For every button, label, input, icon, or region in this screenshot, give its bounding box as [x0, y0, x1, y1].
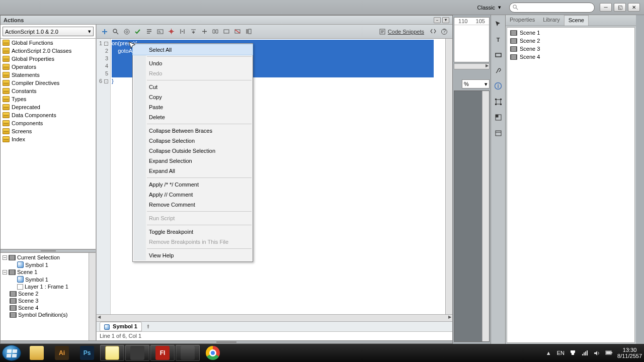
tree-toggle-icon[interactable]: – [3, 255, 7, 260]
menu-item[interactable]: Apply // Comment [133, 190, 253, 200]
tab-library[interactable]: Library [539, 15, 564, 26]
scene-item[interactable]: Scene 1 [508, 29, 633, 37]
code-snippets-link[interactable]: Code Snippets [376, 28, 427, 35]
menu-item[interactable]: Remove Comment [133, 200, 253, 210]
category-item[interactable]: Screens [1, 127, 96, 135]
check-syntax-icon[interactable] [133, 27, 143, 37]
category-item[interactable]: Types [1, 95, 96, 103]
folder-taskbar-icon[interactable] [176, 345, 200, 361]
debug-options-icon[interactable] [166, 27, 176, 37]
remove-comment-icon[interactable] [232, 27, 243, 37]
menu-item[interactable]: Paste [133, 102, 253, 112]
text-tool-icon[interactable]: T [493, 34, 504, 45]
battery-icon[interactable] [605, 349, 613, 357]
scrollbar[interactable] [445, 39, 452, 314]
notepad-taskbar-icon[interactable] [100, 345, 124, 361]
expand-all-icon[interactable] [199, 27, 209, 37]
selection-tool-icon[interactable] [493, 18, 504, 29]
category-item[interactable]: Index [1, 135, 96, 143]
chrome-taskbar-icon[interactable] [201, 345, 225, 361]
menu-item[interactable]: Expand Selection [133, 156, 253, 166]
show-hide-toolbox-icon[interactable] [244, 27, 254, 37]
target-path-icon[interactable] [122, 27, 132, 37]
deco-tool-icon[interactable] [493, 65, 504, 76]
document-tab[interactable]: Symbol 1 [100, 322, 142, 331]
category-item[interactable]: Data Components [1, 111, 96, 119]
photoshop-taskbar-icon[interactable]: Ps [75, 345, 99, 361]
scrollbar[interactable] [89, 253, 96, 340]
clock[interactable]: 13:30 8/11/2557 [617, 347, 642, 359]
menu-item[interactable]: Expand All [133, 166, 253, 176]
menu-item[interactable]: Select All [133, 45, 253, 55]
library-tool-icon[interactable] [493, 127, 504, 138]
menu-item[interactable]: Collapse Selection [133, 136, 253, 146]
action-center-icon[interactable] [569, 349, 577, 357]
workspace-selector[interactable]: Classic ▾ [473, 3, 505, 12]
tree-symbol[interactable]: Symbol 1 [2, 276, 95, 283]
tree-symbol-defs[interactable]: Symbol Definition(s) [2, 311, 95, 318]
scene-item[interactable]: Scene 3 [508, 45, 633, 53]
category-item[interactable]: Constants [1, 87, 96, 95]
apply-block-comment-icon[interactable] [210, 27, 220, 37]
category-item[interactable]: ActionScript 2.0 Classes [1, 47, 96, 55]
flash-taskbar-icon[interactable]: Fl [150, 345, 175, 361]
panel-menu-icon[interactable]: ▾ [442, 17, 449, 23]
volume-icon[interactable] [593, 349, 601, 357]
color-tool-icon[interactable] [493, 112, 504, 123]
tab-scene[interactable]: Scene [564, 15, 589, 26]
tree-symbol[interactable]: Symbol 1 [2, 261, 95, 268]
menu-item[interactable]: Collapse Outside Selection [133, 146, 253, 156]
menu-item[interactable]: Toggle Breakpoint [133, 227, 253, 237]
app-taskbar-icon[interactable] [125, 345, 149, 361]
tree-scene[interactable]: Scene 4 [2, 304, 95, 311]
category-item[interactable]: Compiler Directives [1, 79, 96, 87]
language-selector[interactable]: ActionScript 1.0 & 2.0 ▾ [3, 27, 94, 36]
zoom-selector[interactable]: %▾ [462, 79, 490, 88]
illustrator-taskbar-icon[interactable]: Ai [50, 345, 74, 361]
stage[interactable] [454, 90, 490, 342]
tray-up-icon[interactable]: ▲ [545, 349, 552, 357]
menu-item[interactable]: Copy [133, 92, 253, 102]
collapse-between-icon[interactable] [177, 27, 187, 37]
code-hint-icon[interactable] [155, 27, 165, 37]
menu-item[interactable]: View Help [133, 250, 253, 260]
language-indicator[interactable]: EN [557, 350, 565, 356]
info-tool-icon[interactable]: i [493, 80, 504, 92]
free-transform-tool-icon[interactable] [493, 96, 504, 107]
start-button[interactable] [2, 345, 21, 361]
scrollbar[interactable] [482, 91, 489, 341]
menu-item[interactable]: Cut [133, 82, 253, 92]
menu-item[interactable]: Undo [133, 58, 253, 68]
menu-item[interactable]: Collapse Between Braces [133, 126, 253, 136]
tree-current-selection[interactable]: –Current Selection [2, 254, 95, 261]
menu-item[interactable]: Apply /* */ Comment [133, 179, 253, 190]
search-input[interactable] [509, 3, 595, 13]
find-icon[interactable] [111, 27, 121, 37]
menu-item[interactable]: Delete [133, 112, 253, 122]
add-script-icon[interactable] [100, 27, 110, 37]
scene-item[interactable]: Scene 2 [508, 37, 633, 45]
panel-minimize-icon[interactable]: – [434, 17, 441, 23]
category-item[interactable]: Global Functions [1, 39, 96, 47]
rectangle-tool-icon[interactable] [493, 49, 504, 60]
category-item[interactable]: Deprecated [1, 103, 96, 111]
tree-scene[interactable]: Scene 2 [2, 290, 95, 297]
timeline-fragment[interactable]: 110 105 [454, 17, 490, 62]
maximize-button[interactable]: ◱ [614, 3, 626, 12]
help-icon[interactable]: ? [439, 27, 449, 37]
scrollbar[interactable] [454, 63, 490, 69]
tree-scene[interactable]: Scene 3 [2, 297, 95, 304]
category-item[interactable]: Components [1, 119, 96, 127]
explorer-taskbar-icon[interactable] [25, 345, 49, 361]
category-item[interactable]: Statements [1, 71, 96, 79]
close-button[interactable]: ✕ [628, 3, 640, 12]
apply-line-comment-icon[interactable] [221, 27, 231, 37]
panel-resize[interactable] [1, 340, 452, 343]
scrollbar[interactable] [97, 314, 452, 321]
minimize-button[interactable]: ─ [600, 3, 612, 12]
category-item[interactable]: Operators [1, 63, 96, 71]
tab-properties[interactable]: Properties [506, 15, 539, 26]
pin-icon[interactable] [145, 323, 151, 330]
category-item[interactable]: Global Properties [1, 55, 96, 63]
auto-format-icon[interactable] [144, 27, 154, 37]
